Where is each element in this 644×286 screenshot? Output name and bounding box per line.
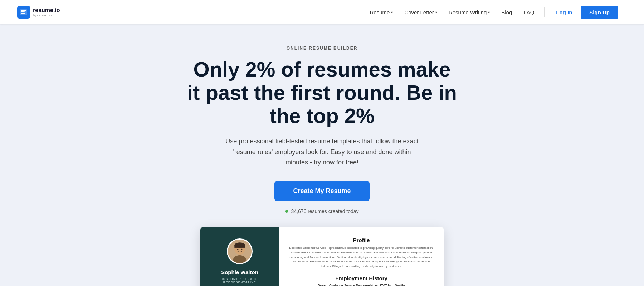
resume-employment-heading: Employment History (289, 275, 434, 281)
svg-point-10 (241, 249, 243, 250)
nav-item-faq[interactable]: FAQ (519, 6, 538, 18)
chevron-down-icon: ▾ (488, 10, 490, 14)
nav-links: Resume ▾ Cover Letter ▾ Resume Writing ▾… (365, 6, 618, 19)
hero-stats: 34,676 resumes created today (17, 208, 627, 214)
resume-candidate-name: Sophie Walton (221, 269, 258, 275)
logo-text: resume.io by careerb.io (33, 8, 60, 17)
chevron-down-icon: ▾ (391, 10, 393, 14)
nav-label-cover-letter: Cover Letter (404, 9, 434, 15)
resume-right-panel: Profile Dedicated Customer Service Repre… (279, 227, 444, 286)
nav-item-resume[interactable]: Resume ▾ (365, 6, 397, 18)
svg-rect-8 (234, 245, 245, 248)
svg-point-5 (233, 255, 247, 264)
login-button[interactable]: Log In (550, 6, 578, 18)
nav-item-cover-letter[interactable]: Cover Letter ▾ (400, 6, 441, 18)
logo[interactable]: resume.io by careerb.io (17, 6, 60, 19)
resume-employment-entry: Branch Customer Service Representative, … (289, 283, 434, 286)
navbar: resume.io by careerb.io Resume ▾ Cover L… (0, 0, 644, 24)
logo-icon (17, 6, 30, 19)
svg-rect-3 (21, 13, 25, 14)
svg-rect-2 (21, 11, 25, 12)
avatar (227, 238, 253, 264)
nav-label-blog: Blog (501, 9, 512, 15)
resume-left-panel: Sophie Walton CUSTOMER SERVICEREPRESENTA… (200, 227, 279, 286)
hero-eyebrow: ONLINE RESUME BUILDER (17, 46, 627, 51)
stats-text: 34,676 resumes created today (291, 208, 358, 214)
resume-card: Sophie Walton CUSTOMER SERVICEREPRESENTA… (200, 227, 444, 286)
chevron-down-icon: ▾ (435, 10, 437, 14)
hero-title: Only 2% of resumes make it past the firs… (186, 58, 458, 128)
resume-profile-heading: Profile (289, 237, 434, 243)
resume-preview: Sophie Walton CUSTOMER SERVICEREPRESENTA… (17, 227, 627, 286)
nav-item-blog[interactable]: Blog (497, 6, 516, 18)
logo-sub-text: by careerb.io (33, 14, 60, 17)
hero-section: ONLINE RESUME BUILDER Only 2% of resumes… (0, 24, 644, 286)
nav-item-resume-writing[interactable]: Resume Writing ▾ (444, 6, 494, 18)
resume-profile-text: Dedicated Customer Service Representativ… (289, 246, 434, 269)
svg-point-9 (237, 249, 239, 250)
hero-subtitle: Use professional field-tested resume tem… (222, 136, 422, 168)
nav-label-resume: Resume (370, 9, 390, 15)
svg-rect-1 (21, 10, 26, 11)
nav-label-faq: FAQ (523, 9, 534, 15)
logo-main-text: resume.io (33, 8, 60, 13)
resume-candidate-title: CUSTOMER SERVICEREPRESENTATIVE (221, 277, 259, 284)
create-resume-button[interactable]: Create My Resume (274, 181, 369, 201)
stats-dot-icon (285, 210, 288, 213)
nav-divider (544, 7, 545, 17)
signup-button[interactable]: Sign Up (581, 6, 618, 19)
nav-label-resume-writing: Resume Writing (449, 9, 487, 15)
